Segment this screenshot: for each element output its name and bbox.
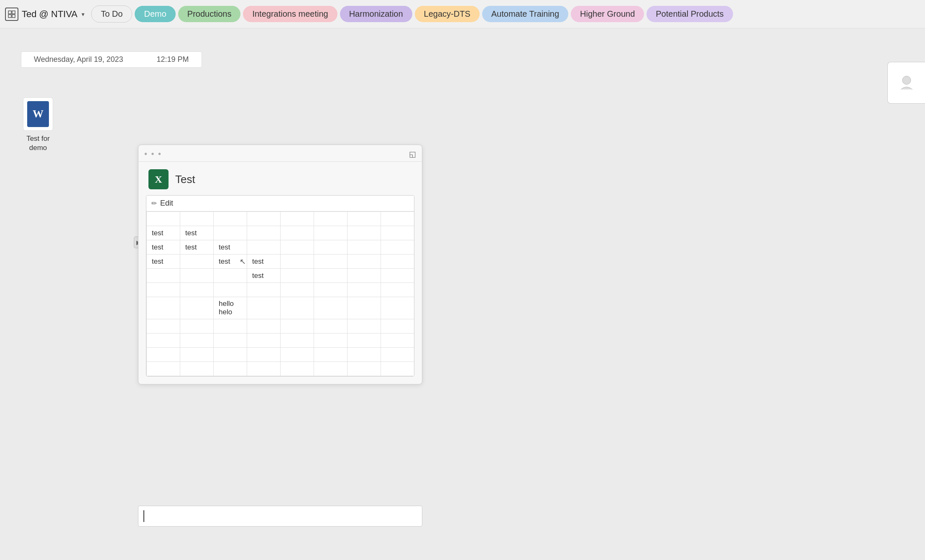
edit-bar[interactable]: ✏ Edit [146, 196, 414, 211]
table-cell[interactable] [314, 362, 348, 376]
table-cell[interactable] [381, 319, 414, 333]
table-cell[interactable] [381, 333, 414, 348]
table-cell[interactable] [147, 333, 180, 348]
table-cell[interactable] [147, 348, 180, 362]
table-cell[interactable] [348, 240, 381, 255]
table-cell[interactable] [281, 348, 314, 362]
panel-resize-icon[interactable]: ◱ [409, 150, 416, 159]
table-cell[interactable] [214, 333, 247, 348]
table-cell[interactable]: test [247, 269, 281, 283]
table-row[interactable] [147, 283, 415, 297]
table-cell[interactable] [381, 226, 414, 240]
table-cell[interactable] [180, 362, 214, 376]
table-cell[interactable]: test [247, 255, 281, 269]
table-row[interactable] [147, 333, 415, 348]
table-cell[interactable] [281, 297, 314, 319]
table-row[interactable]: testtesttest [147, 240, 415, 255]
table-cell[interactable] [247, 240, 281, 255]
table-cell[interactable] [180, 212, 214, 226]
table-cell[interactable] [214, 226, 247, 240]
table-row[interactable] [147, 212, 415, 226]
table-cell[interactable]: test [214, 240, 247, 255]
table-cell[interactable] [247, 226, 281, 240]
table-cell[interactable] [247, 333, 281, 348]
table-cell[interactable] [281, 226, 314, 240]
tab-productions[interactable]: Productions [178, 6, 241, 22]
table-cell[interactable] [180, 283, 214, 297]
tab-demo[interactable]: Demo [135, 6, 175, 22]
table-cell[interactable] [314, 283, 348, 297]
table-cell[interactable] [414, 255, 415, 269]
tab-higher-ground[interactable]: Higher Ground [571, 6, 644, 22]
table-row[interactable]: hello helo [147, 297, 415, 319]
table-cell[interactable] [247, 348, 281, 362]
table-cell[interactable] [214, 212, 247, 226]
table-cell[interactable] [147, 283, 180, 297]
table-cell[interactable] [247, 362, 281, 376]
table-cell[interactable] [180, 333, 214, 348]
table-cell[interactable] [314, 240, 348, 255]
table-cell[interactable] [214, 362, 247, 376]
table-cell[interactable] [247, 319, 281, 333]
table-cell[interactable] [414, 212, 415, 226]
table-cell[interactable] [381, 297, 414, 319]
table-cell[interactable] [381, 240, 414, 255]
tab-automate-training[interactable]: Automate Training [482, 6, 568, 22]
table-cell[interactable] [180, 319, 214, 333]
table-cell[interactable]: test [180, 240, 214, 255]
table-cell[interactable] [247, 297, 281, 319]
table-cell[interactable] [414, 348, 415, 362]
table-cell[interactable] [348, 319, 381, 333]
table-cell[interactable] [147, 297, 180, 319]
table-cell[interactable] [348, 226, 381, 240]
table-cell[interactable] [381, 212, 414, 226]
table-cell[interactable] [214, 319, 247, 333]
table-cell[interactable] [180, 255, 214, 269]
table-cell[interactable] [348, 297, 381, 319]
table-cell[interactable] [281, 212, 314, 226]
tab-integrations[interactable]: Integrations meeting [243, 6, 337, 22]
table-row[interactable]: testtest↖test [147, 255, 415, 269]
table-cell[interactable]: test [147, 255, 180, 269]
text-input-area[interactable] [138, 506, 422, 527]
table-cell[interactable] [414, 226, 415, 240]
table-row[interactable] [147, 319, 415, 333]
table-cell[interactable] [247, 212, 281, 226]
table-cell[interactable] [314, 348, 348, 362]
table-cell[interactable] [314, 212, 348, 226]
table-cell[interactable] [348, 212, 381, 226]
table-cell[interactable] [281, 240, 314, 255]
table-cell[interactable] [180, 269, 214, 283]
table-row[interactable]: testtest [147, 226, 415, 240]
spreadsheet-table[interactable]: testtesttesttesttesttesttest↖testtesthel… [146, 211, 414, 376]
table-cell[interactable] [414, 269, 415, 283]
table-cell[interactable]: test [147, 240, 180, 255]
table-cell[interactable] [348, 348, 381, 362]
table-cell[interactable] [314, 297, 348, 319]
table-cell[interactable] [214, 283, 247, 297]
table-cell[interactable] [414, 283, 415, 297]
table-cell[interactable] [180, 348, 214, 362]
table-cell[interactable] [147, 362, 180, 376]
app-icon-area[interactable]: Ted @ NTIVA ▾ [5, 8, 84, 21]
table-cell[interactable] [281, 333, 314, 348]
table-cell[interactable] [414, 319, 415, 333]
table-cell[interactable] [281, 283, 314, 297]
table-cell[interactable] [348, 362, 381, 376]
table-cell[interactable] [348, 283, 381, 297]
table-cell[interactable] [281, 255, 314, 269]
table-cell[interactable] [281, 269, 314, 283]
table-cell[interactable] [414, 240, 415, 255]
table-cell[interactable] [414, 297, 415, 319]
table-cell[interactable] [247, 283, 281, 297]
table-cell[interactable] [381, 362, 414, 376]
tab-potential-products[interactable]: Potential Products [646, 6, 733, 22]
tab-todo[interactable]: To Do [91, 5, 132, 23]
table-cell[interactable] [214, 269, 247, 283]
table-cell[interactable] [348, 255, 381, 269]
tab-harmonization[interactable]: Harmonization [340, 6, 412, 22]
table-row[interactable] [147, 362, 415, 376]
table-cell[interactable] [381, 269, 414, 283]
table-cell[interactable]: hello helo [214, 297, 247, 319]
table-cell[interactable] [381, 348, 414, 362]
